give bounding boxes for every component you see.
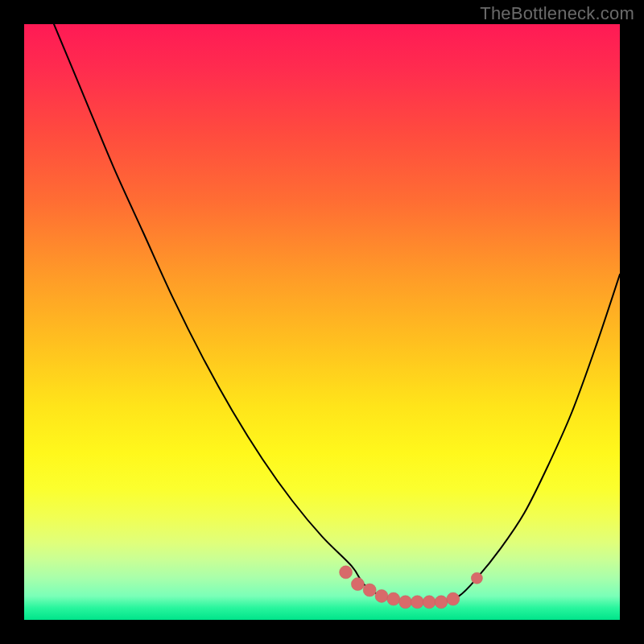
trough-marker-dot <box>375 589 388 602</box>
chart-frame: TheBottleneck.com <box>0 0 644 644</box>
trough-marker-dot <box>447 592 460 605</box>
watermark-text: TheBottleneck.com <box>480 3 634 24</box>
curve-markers <box>340 566 483 609</box>
right-branch-marker-dot <box>471 572 482 584</box>
trough-marker-dot <box>387 592 400 605</box>
curve-overlay <box>24 24 620 620</box>
trough-marker-dot <box>399 596 412 609</box>
trough-marker-dot <box>363 584 376 597</box>
plot-area <box>24 24 620 620</box>
trough-marker-dot <box>340 566 353 579</box>
bottleneck-curve <box>54 24 620 603</box>
trough-marker-dot <box>435 596 448 609</box>
trough-marker-dot <box>351 578 364 591</box>
trough-marker-dot <box>411 596 423 609</box>
trough-marker-dot <box>423 596 436 609</box>
